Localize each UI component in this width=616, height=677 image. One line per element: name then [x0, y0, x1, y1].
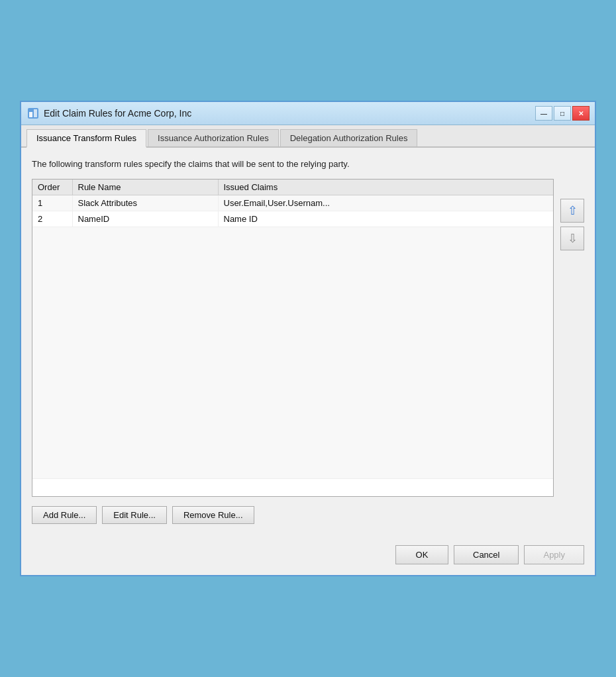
table-row[interactable]: 1 Slack Attributes User.Email,User.Usern… [32, 195, 553, 211]
close-button[interactable]: ✕ [572, 106, 590, 121]
title-bar-controls: — □ ✕ [535, 106, 590, 121]
bottom-buttons: Add Rule... Edit Rule... Remove Rule... [32, 506, 584, 524]
tab-bar: Issuance Transform Rules Issuance Author… [21, 125, 595, 148]
tab-issuance-transform[interactable]: Issuance Transform Rules [26, 129, 146, 148]
svg-rect-1 [29, 112, 32, 117]
table-and-controls: Order Rule Name Issued Claims 1 Slack At… [32, 179, 584, 497]
move-up-button[interactable]: ⇧ [560, 199, 584, 223]
edit-rule-button[interactable]: Edit Rule... [102, 506, 167, 524]
rules-table: Order Rule Name Issued Claims 1 Slack At… [32, 180, 553, 479]
maximize-button[interactable]: □ [554, 106, 571, 121]
title-bar: Edit Claim Rules for Acme Corp, Inc — □ … [21, 102, 595, 125]
empty-row [32, 227, 553, 478]
tab-description: The following transform rules specify th… [32, 158, 584, 170]
tab-delegation-auth[interactable]: Delegation Authorization Rules [280, 129, 418, 146]
rules-table-container: Order Rule Name Issued Claims 1 Slack At… [32, 179, 554, 497]
apply-button[interactable]: Apply [524, 545, 584, 564]
window-title: Edit Claim Rules for Acme Corp, Inc [44, 108, 191, 119]
row1-order: 1 [32, 195, 72, 211]
move-down-button[interactable]: ⇩ [560, 227, 584, 250]
arrow-down-icon: ⇩ [568, 231, 578, 246]
row2-issued-claims: Name ID [218, 211, 553, 227]
col-header-issued-claims: Issued Claims [218, 180, 553, 195]
app-icon [26, 107, 40, 120]
arrow-up-icon: ⇧ [568, 203, 578, 218]
title-bar-left: Edit Claim Rules for Acme Corp, Inc [26, 107, 191, 120]
row2-rule-name: NameID [72, 211, 218, 227]
add-rule-button[interactable]: Add Rule... [32, 506, 97, 524]
main-window: Edit Claim Rules for Acme Corp, Inc — □ … [20, 101, 596, 576]
minimize-button[interactable]: — [535, 106, 552, 121]
table-row[interactable]: 2 NameID Name ID [32, 211, 553, 227]
row2-order: 2 [32, 211, 72, 227]
remove-rule-button[interactable]: Remove Rule... [172, 506, 254, 524]
row1-rule-name: Slack Attributes [72, 195, 218, 211]
col-header-rule-name: Rule Name [72, 180, 218, 195]
svg-rect-2 [34, 109, 37, 117]
side-controls: ⇧ ⇩ [560, 179, 584, 250]
col-header-order: Order [32, 180, 72, 195]
cancel-button[interactable]: Cancel [454, 545, 519, 564]
ok-button[interactable]: OK [395, 545, 448, 564]
tab-issuance-auth[interactable]: Issuance Authorization Rules [148, 129, 279, 146]
dialog-footer: OK Cancel Apply [21, 535, 595, 575]
row1-issued-claims: User.Email,User.Usernam... [218, 195, 553, 211]
content-area: The following transform rules specify th… [21, 148, 595, 534]
